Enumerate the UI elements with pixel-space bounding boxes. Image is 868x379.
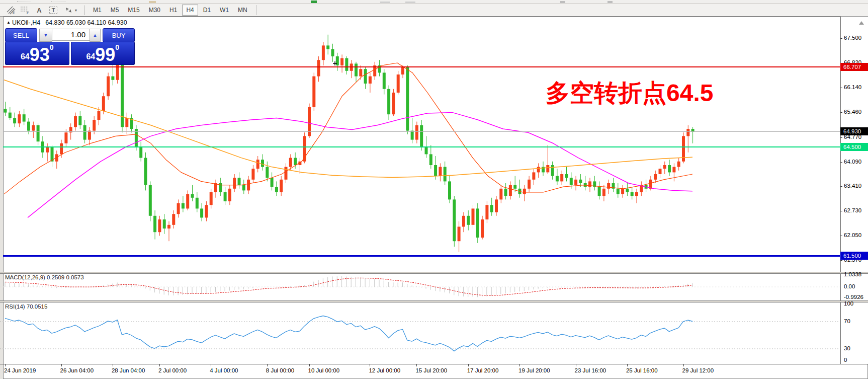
rsi-label: RSI(14) 70.0515 bbox=[5, 304, 47, 310]
ohlc-values: 64.830 65.030 64.110 64.930 bbox=[45, 19, 127, 26]
macd-axis-label: 1.0338 bbox=[844, 271, 867, 278]
toolbar-separator bbox=[256, 5, 257, 15]
text-label-icon[interactable]: A bbox=[33, 5, 46, 15]
time-axis-label: 19 Jul 20:00 bbox=[518, 367, 550, 373]
price-axis-label: 66.140 bbox=[844, 84, 867, 91]
macd-label: MACD(12,26,9) 0.2509 0.0573 bbox=[5, 274, 84, 280]
partial-icon bbox=[17, 1, 31, 3]
price-axis-tick bbox=[840, 88, 842, 88]
horizontal-level-line[interactable] bbox=[3, 255, 840, 257]
one-click-trading-panel: SELL ▼ 1.00 ▲ BUY 64930 64990 bbox=[5, 28, 135, 65]
ask-price-box[interactable]: 64990 bbox=[71, 42, 135, 65]
scroll-indicator-icon[interactable] bbox=[859, 21, 864, 25]
time-axis-tick bbox=[627, 364, 628, 366]
timeframe-button-h4[interactable]: H4 bbox=[182, 5, 198, 16]
horizontal-level-line[interactable] bbox=[3, 146, 840, 147]
time-axis-label: 2 Jul 00:00 bbox=[158, 367, 187, 373]
time-axis-tick bbox=[370, 364, 370, 366]
timeframe-button-d1[interactable]: D1 bbox=[199, 5, 215, 16]
price-level-badge: 61.500 bbox=[840, 252, 868, 260]
rsi-axis-label: 70 bbox=[844, 318, 867, 325]
price-axis-tick bbox=[840, 186, 842, 187]
equidistant-channel-icon[interactable]: E bbox=[5, 5, 18, 15]
time-axis-tick bbox=[519, 364, 520, 366]
toolbar: E F A T ▼ M1M5M15M30H1H4D1W1MN bbox=[0, 4, 868, 17]
price-axis-tick bbox=[840, 260, 842, 261]
volume-input[interactable]: 1.00 bbox=[52, 29, 90, 41]
time-axis-tick bbox=[267, 364, 268, 366]
rsi-canvas[interactable] bbox=[0, 302, 840, 363]
symbol-label: UKOil-,H4 bbox=[12, 19, 40, 26]
trade-prices-row: 64930 64990 bbox=[5, 42, 135, 65]
price-axis-tick bbox=[840, 236, 842, 236]
price-axis-label: 63.410 bbox=[844, 183, 867, 190]
time-axis-label: 28 Jun 04:00 bbox=[112, 367, 145, 373]
price-axis-tick bbox=[840, 38, 842, 39]
macd-canvas[interactable] bbox=[0, 274, 840, 300]
chart-title[interactable]: ▲UKOil-,H464.830 65.030 64.110 64.930 bbox=[7, 19, 127, 26]
pane-resize-separator[interactable] bbox=[0, 300, 868, 302]
time-axis-label: 25 Jul 16:00 bbox=[626, 367, 658, 373]
bid-sup: 0 bbox=[50, 43, 54, 51]
timeframe-button-mn[interactable]: MN bbox=[234, 5, 251, 16]
volume-increase-button[interactable]: ▲ bbox=[90, 29, 101, 42]
time-axis-separator bbox=[0, 364, 868, 364]
timeframe-button-w1[interactable]: W1 bbox=[216, 5, 233, 16]
time-axis-label: 12 Jul 00:00 bbox=[369, 367, 400, 373]
timeframe-button-m1[interactable]: M1 bbox=[89, 5, 106, 16]
time-axis-label: 8 Jul 00:00 bbox=[266, 367, 294, 373]
sell-button[interactable]: SELL bbox=[5, 28, 37, 42]
annotation-text: 多空转折点64.5 bbox=[546, 81, 713, 105]
rsi-axis-label: 0 bbox=[844, 357, 867, 364]
symbol-marker-icon: ▲ bbox=[7, 20, 11, 25]
time-axis-tick bbox=[211, 364, 211, 366]
bid-price-line bbox=[3, 131, 840, 132]
timeframe-button-h1[interactable]: H1 bbox=[165, 5, 181, 16]
partial-icon-green bbox=[311, 1, 317, 3]
trade-controls-row: SELL ▼ 1.00 ▲ BUY bbox=[5, 28, 135, 41]
mt4-window: E F A T ▼ M1M5M15M30H1H4D1W1MN ▲UKOil-,H… bbox=[0, 0, 868, 379]
time-axis-tick bbox=[309, 364, 310, 366]
svg-text:F: F bbox=[27, 11, 29, 15]
macd-axis-label: 0.00 bbox=[844, 283, 867, 290]
price-level-badge: 64.500 bbox=[840, 143, 868, 151]
price-axis-tick bbox=[840, 162, 842, 163]
price-axis-label: 67.500 bbox=[844, 35, 867, 42]
timeframe-button-m15[interactable]: M15 bbox=[124, 5, 143, 16]
rsi-axis-label: 100 bbox=[844, 300, 867, 308]
time-axis-label: 23 Jul 16:00 bbox=[575, 367, 606, 373]
chevron-down-icon: ▼ bbox=[74, 9, 78, 12]
partial-icon bbox=[607, 1, 613, 3]
time-axis-label: 10 Jul 00:00 bbox=[308, 367, 340, 373]
pane-resize-separator[interactable] bbox=[0, 272, 868, 274]
time-axis-label: 29 Jul 12:00 bbox=[682, 367, 714, 373]
partial-icon bbox=[560, 1, 565, 3]
price-axis-label: 65.460 bbox=[844, 109, 867, 116]
partial-icon bbox=[405, 2, 415, 3]
time-axis-tick bbox=[576, 364, 576, 366]
bid-price-box[interactable]: 64930 bbox=[5, 42, 69, 65]
time-axis-tick bbox=[61, 364, 62, 366]
buy-button[interactable]: BUY bbox=[103, 28, 135, 42]
ask-prefix: 64 bbox=[86, 52, 95, 61]
timeframe-button-m30[interactable]: M30 bbox=[145, 5, 164, 16]
bid-big: 93 bbox=[30, 47, 50, 63]
time-axis-tick bbox=[159, 364, 160, 366]
time-axis-tick bbox=[113, 364, 113, 366]
fibonacci-retracement-icon[interactable]: F bbox=[19, 5, 32, 15]
time-axis-label: 15 Jul 20:00 bbox=[415, 367, 447, 373]
timeframe-button-m5[interactable]: M5 bbox=[107, 5, 123, 16]
text-tool-icon[interactable]: T bbox=[47, 5, 60, 15]
time-axis-label: 4 Jul 00:00 bbox=[210, 367, 238, 373]
current-price-badge: 64.930 bbox=[840, 127, 868, 135]
horizontal-level-line[interactable] bbox=[3, 66, 840, 67]
time-axis-label: 24 Jun 2019 bbox=[4, 367, 36, 373]
macd-axis-label: -0.9926 bbox=[844, 294, 867, 301]
arrows-tool-icon[interactable]: ▼ bbox=[61, 5, 81, 15]
top-toolbar-sliver bbox=[0, 0, 868, 4]
partial-icon bbox=[380, 2, 390, 3]
volume-dropdown-button[interactable]: ▼ bbox=[39, 29, 52, 42]
price-axis-tick bbox=[840, 211, 842, 211]
ask-sup: 0 bbox=[115, 43, 119, 51]
time-axis-tick bbox=[683, 364, 684, 366]
